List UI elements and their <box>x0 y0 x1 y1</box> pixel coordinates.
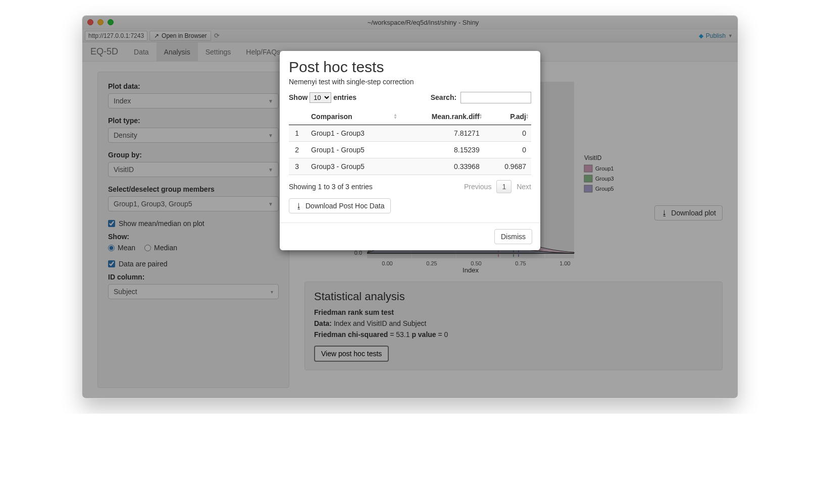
cell-diff: 0.33968 <box>399 158 485 175</box>
posthoc-table: Comparison▲▼ Mean.rank.diff▲▼ P.adj▲▼ 1 … <box>289 108 531 175</box>
app-window: ~/workspace/R/eq5d/inst/shiny - Shiny ht… <box>82 15 738 399</box>
table-row: 2 Group1 - Group5 8.15239 0 <box>289 142 531 158</box>
posthoc-modal: Post hoc tests Nemenyi test with single-… <box>280 51 540 250</box>
cell-padj: 0 <box>485 142 531 158</box>
dt-search-input[interactable] <box>460 92 531 103</box>
dt-info: Showing 1 to 3 of 3 entries <box>289 183 373 191</box>
table-row: 1 Group1 - Group3 7.81271 0 <box>289 125 531 142</box>
dt-entries-label: entries <box>333 93 356 101</box>
paginate-page-1[interactable]: 1 <box>496 180 511 193</box>
dt-paginate: Previous 1 Next <box>464 180 531 193</box>
modal-title: Post hoc tests <box>289 59 531 76</box>
modal-subtitle: Nemenyi test with single-step correction <box>289 78 531 86</box>
sort-icon: ▲▼ <box>525 114 529 120</box>
cell-idx: 2 <box>289 142 306 158</box>
cell-comparison: Group1 - Group3 <box>306 125 399 142</box>
paginate-prev[interactable]: Previous <box>464 183 491 191</box>
cell-comparison: Group3 - Group5 <box>306 158 399 175</box>
download-posthoc-label: Download Post Hoc Data <box>305 202 384 210</box>
sort-icon: ▲▼ <box>479 114 483 120</box>
dt-length: Show 10 entries <box>289 92 356 103</box>
sort-icon: ▲▼ <box>393 114 397 120</box>
col-diff[interactable]: Mean.rank.diff▲▼ <box>399 108 485 125</box>
cell-padj: 0.9687 <box>485 158 531 175</box>
download-posthoc-button[interactable]: ⭳ Download Post Hoc Data <box>289 198 391 213</box>
dismiss-button[interactable]: Dismiss <box>494 229 532 244</box>
dt-length-select[interactable]: 10 <box>310 92 331 103</box>
dt-show-label: Show <box>289 93 308 101</box>
cell-comparison: Group1 - Group5 <box>306 142 399 158</box>
cell-diff: 7.81271 <box>399 125 485 142</box>
paginate-next[interactable]: Next <box>517 183 531 191</box>
cell-idx: 3 <box>289 158 306 175</box>
cell-padj: 0 <box>485 125 531 142</box>
col-idx[interactable] <box>289 108 306 125</box>
dt-search: Search: <box>431 92 531 103</box>
download-icon: ⭳ <box>295 202 302 210</box>
table-row: 3 Group3 - Group5 0.33968 0.9687 <box>289 158 531 175</box>
cell-idx: 1 <box>289 125 306 142</box>
dt-search-label: Search: <box>431 93 456 101</box>
cell-diff: 8.15239 <box>399 142 485 158</box>
col-comparison[interactable]: Comparison▲▼ <box>306 108 399 125</box>
col-padj[interactable]: P.adj▲▼ <box>485 108 531 125</box>
